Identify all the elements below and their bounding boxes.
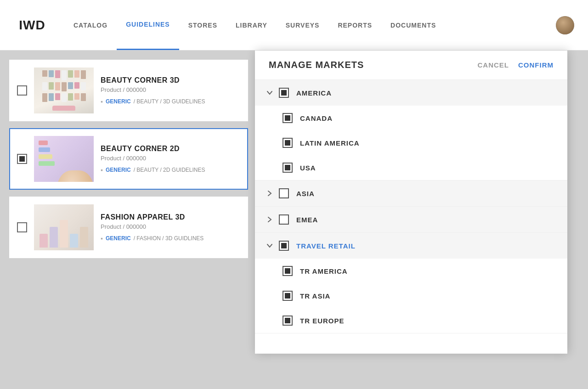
item-subtitle-beauty2d: Product / 000000 (101, 155, 240, 162)
nav-item-catalog[interactable]: CATALOG (64, 0, 117, 50)
market-label-emea: EMEA (296, 216, 318, 224)
nav-item-library[interactable]: LIBRARY (226, 0, 277, 50)
market-row-emea[interactable]: EMEA (255, 207, 567, 232)
item-path-link[interactable]: GENERIC (106, 167, 131, 173)
market-checkbox-tr_asia[interactable] (283, 291, 293, 301)
catalog-item-fashion3d[interactable]: FASHION APPAREL 3DProduct / 000000▪GENER… (9, 197, 248, 258)
item-subtitle-fashion3d: Product / 000000 (101, 223, 240, 230)
market-group-emea: EMEA (255, 207, 567, 233)
market-checkbox-tr_europe[interactable] (283, 316, 293, 326)
manage-markets-modal: MANAGE MARKETS CANCEL CONFIRM AMERICACAN… (255, 51, 567, 354)
market-group-travel_retail: TRAVEL RETAILTR AMERICATR ASIATR EUROPE (255, 233, 567, 333)
nav-item-reports[interactable]: REPORTS (328, 0, 381, 50)
market-label-travel_retail: TRAVEL RETAIL (296, 242, 356, 250)
item-image-beauty2d (34, 136, 94, 182)
item-path-rest: / BEAUTY / 2D GUIDELINES (134, 167, 205, 173)
modal-body: AMERICACANADALATIN AMERICAUSAASIAEMEATRA… (255, 80, 567, 354)
market-label-asia: ASIA (296, 190, 315, 197)
item-path-fashion3d: ▪GENERIC / FASHION / 3D GUIDLINES (101, 235, 240, 242)
market-label-tr_america: TR AMERICA (300, 267, 348, 275)
chevron-right-icon (264, 214, 275, 225)
market-row-canada[interactable]: CANADA (255, 106, 567, 130)
market-row-tr_asia[interactable]: TR ASIA (255, 283, 567, 308)
main-area: BEAUTY CORNER 3DProduct / 000000▪GENERIC… (0, 51, 588, 389)
market-label-tr_europe: TR EUROPE (300, 317, 345, 325)
market-row-travel_retail[interactable]: TRAVEL RETAIL (255, 233, 567, 259)
item-title-beauty2d: BEAUTY CORNER 2D (101, 145, 240, 153)
market-label-usa: USA (300, 164, 316, 172)
market-row-tr_europe[interactable]: TR EUROPE (255, 308, 567, 333)
market-row-usa[interactable]: USA (255, 155, 567, 180)
market-checkbox-canada[interactable] (283, 113, 293, 123)
item-path-rest: / FASHION / 3D GUIDLINES (134, 235, 204, 242)
market-checkbox-latin_america[interactable] (283, 138, 293, 148)
market-row-america[interactable]: AMERICA (255, 80, 567, 106)
item-path-rest: / BEAUTY / 3D GUIDELINES (134, 98, 205, 105)
cancel-button[interactable]: CANCEL (478, 61, 509, 69)
nav-item-guidelines[interactable]: GUIDELINES (117, 0, 179, 50)
item-title-beauty3d: BEAUTY CORNER 3D (101, 76, 240, 85)
nav-item-documents[interactable]: DOCUMENTS (381, 0, 445, 50)
market-row-asia[interactable]: ASIA (255, 180, 567, 206)
item-path-beauty3d: ▪GENERIC / BEAUTY / 3D GUIDELINES (101, 98, 240, 105)
logo-area: IWD (0, 18, 55, 33)
catalog-item-beauty3d[interactable]: BEAUTY CORNER 3DProduct / 000000▪GENERIC… (9, 60, 248, 121)
item-title-fashion3d: FASHION APPAREL 3D (101, 213, 240, 221)
avatar-image (556, 16, 574, 34)
chevron-down-icon (264, 87, 275, 98)
item-path-beauty2d: ▪GENERIC / BEAUTY / 2D GUIDELINES (101, 166, 240, 174)
item-checkbox-beauty3d[interactable] (17, 85, 27, 96)
header-right (556, 16, 588, 34)
modal-header: MANAGE MARKETS CANCEL CONFIRM (255, 51, 567, 80)
modal-actions: CANCEL CONFIRM (478, 61, 554, 69)
chevron-right-icon (264, 188, 275, 199)
modal-title: MANAGE MARKETS (269, 60, 364, 70)
market-checkbox-america[interactable] (279, 88, 289, 98)
item-info-fashion3d: FASHION APPAREL 3DProduct / 000000▪GENER… (101, 213, 240, 242)
market-group-asia: ASIA (255, 180, 567, 207)
chevron-down-icon (264, 240, 275, 251)
catalog-item-beauty2d[interactable]: BEAUTY CORNER 2DProduct / 000000▪GENERIC… (9, 128, 248, 190)
market-row-tr_america[interactable]: TR AMERICA (255, 259, 567, 283)
market-group-america: AMERICACANADALATIN AMERICAUSA (255, 80, 567, 180)
market-row-latin_america[interactable]: LATIN AMERICA (255, 130, 567, 155)
header: IWD CATALOGGUIDELINESSTORESLIBRARYSURVEY… (0, 0, 588, 51)
avatar[interactable] (556, 16, 574, 34)
item-image-beauty3d (34, 68, 94, 113)
market-checkbox-travel_retail[interactable] (279, 241, 289, 251)
item-info-beauty2d: BEAUTY CORNER 2DProduct / 000000▪GENERIC… (101, 145, 240, 174)
catalog-list: BEAUTY CORNER 3DProduct / 000000▪GENERIC… (0, 51, 257, 389)
nav-item-surveys[interactable]: SURVEYS (277, 0, 329, 50)
folder-icon: ▪ (101, 98, 103, 105)
confirm-button[interactable]: CONFIRM (518, 61, 554, 69)
market-label-america: AMERICA (296, 89, 332, 97)
market-checkbox-usa[interactable] (283, 163, 293, 173)
item-checkbox-fashion3d[interactable] (17, 222, 27, 232)
item-info-beauty3d: BEAUTY CORNER 3DProduct / 000000▪GENERIC… (101, 76, 240, 105)
item-checkbox-beauty2d[interactable] (17, 154, 27, 164)
market-label-tr_asia: TR ASIA (300, 292, 330, 300)
market-checkbox-asia[interactable] (279, 188, 289, 198)
main-nav: CATALOGGUIDELINESSTORESLIBRARYSURVEYSREP… (55, 0, 556, 50)
market-label-canada: CANADA (300, 114, 333, 122)
item-path-link[interactable]: GENERIC (106, 98, 131, 105)
market-label-latin_america: LATIN AMERICA (300, 139, 360, 147)
market-checkbox-emea[interactable] (279, 214, 289, 225)
item-image-fashion3d (34, 204, 94, 250)
market-checkbox-tr_america[interactable] (283, 266, 293, 276)
logo: IWD (19, 18, 45, 33)
nav-item-stores[interactable]: STORES (179, 0, 226, 50)
folder-icon: ▪ (101, 235, 103, 242)
item-subtitle-beauty3d: Product / 000000 (101, 86, 240, 93)
folder-icon: ▪ (101, 166, 103, 174)
item-path-link[interactable]: GENERIC (106, 235, 131, 242)
